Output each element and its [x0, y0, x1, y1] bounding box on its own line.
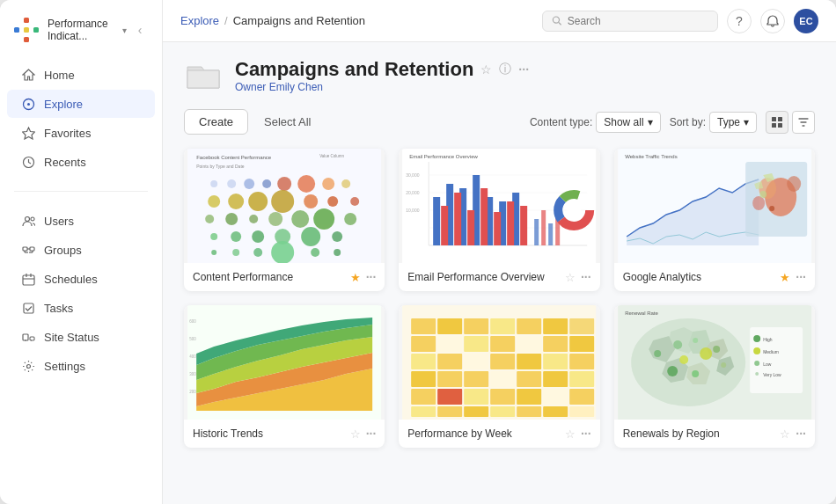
svg-point-57	[253, 248, 262, 257]
svg-point-42	[205, 215, 214, 223]
card-more-historic-trends[interactable]: ···	[366, 427, 377, 441]
sort-by-filter: Sort by: Type ▾	[670, 112, 757, 133]
svg-rect-16	[30, 337, 34, 340]
sidebar-logo[interactable]: Performance Indicat... ▾	[12, 16, 127, 44]
sidebar-collapse-button[interactable]: ‹	[130, 20, 150, 40]
card-thumb-google-analytics: Website Traffic Trends	[614, 149, 815, 263]
svg-rect-140	[437, 371, 462, 387]
card-more-email-performance[interactable]: ···	[581, 270, 591, 284]
svg-rect-147	[437, 389, 462, 405]
svg-point-36	[228, 194, 244, 209]
sidebar-item-users[interactable]: Users	[7, 207, 155, 235]
select-all-button[interactable]: Select All	[257, 110, 318, 134]
card-content-performance[interactable]: Facebook Content Performance Value Colum…	[184, 149, 385, 291]
svg-point-34	[341, 179, 350, 188]
svg-text:Website Traffic Trends: Website Traffic Trends	[625, 154, 677, 159]
search-input[interactable]	[568, 15, 708, 27]
topbar: Explore / Campaigns and Retention ? EC	[163, 0, 836, 42]
svg-rect-148	[464, 389, 488, 405]
sidebar-item-explore-label: Explore	[44, 98, 83, 111]
breadcrumb: Explore / Campaigns and Retention	[180, 14, 365, 27]
svg-rect-82	[520, 206, 527, 245]
svg-point-27	[210, 180, 217, 187]
svg-rect-125	[411, 336, 436, 352]
card-more-renewals-region[interactable]: ···	[796, 427, 806, 441]
svg-text:Value Column: Value Column	[319, 154, 344, 158]
gear-icon	[21, 359, 35, 373]
card-performance-week[interactable]: Performance by Week ☆ ···	[399, 305, 599, 448]
svg-point-30	[262, 179, 271, 188]
more-title-button[interactable]: ···	[518, 62, 529, 77]
owner-link[interactable]: Emily Chen	[269, 81, 323, 93]
tasks-icon	[21, 301, 35, 315]
svg-point-39	[304, 194, 318, 208]
card-star-performance-week[interactable]: ☆	[565, 427, 576, 441]
sidebar-item-recents[interactable]: Recents	[7, 148, 155, 176]
sidebar-item-tasks[interactable]: Tasks	[7, 294, 155, 322]
sidebar-item-explore[interactable]: Explore	[7, 90, 155, 118]
svg-rect-83	[534, 219, 539, 245]
svg-point-49	[210, 233, 217, 240]
svg-point-17	[26, 364, 30, 368]
user-avatar[interactable]: EC	[794, 9, 818, 33]
svg-rect-0	[24, 18, 29, 23]
svg-rect-12	[30, 247, 34, 251]
help-button[interactable]: ?	[727, 9, 752, 33]
svg-point-48	[344, 213, 356, 225]
svg-text:Low: Low	[763, 362, 772, 367]
breadcrumb-explore-link[interactable]: Explore	[180, 14, 219, 27]
sort-by-label: Sort by:	[670, 116, 706, 128]
card-star-email-performance[interactable]: ☆	[565, 271, 576, 284]
svg-rect-11	[23, 247, 27, 251]
svg-point-186	[755, 372, 759, 376]
sidebar-item-schedules[interactable]: Schedules	[7, 265, 155, 293]
sort-by-select[interactable]: Type ▾	[709, 112, 757, 133]
card-historic-trends[interactable]: 600 500 400 300 200 Historic Trends ☆ ··…	[184, 305, 385, 448]
svg-rect-124	[569, 318, 594, 334]
sidebar-item-site-status[interactable]: Site Status	[7, 323, 155, 351]
create-button[interactable]: Create	[184, 109, 248, 135]
notification-bell-button[interactable]	[760, 9, 785, 33]
svg-point-100	[787, 176, 801, 192]
content-type-select[interactable]: Show all ▾	[596, 112, 660, 133]
svg-point-176	[721, 362, 726, 368]
svg-rect-1	[14, 27, 19, 33]
search-box[interactable]	[542, 11, 718, 32]
svg-text:300: 300	[189, 372, 196, 376]
card-name-renewals-region: Renewals by Region	[623, 427, 775, 440]
card-star-content-performance[interactable]: ★	[350, 271, 361, 284]
card-more-content-performance[interactable]: ···	[366, 270, 377, 284]
svg-rect-122	[517, 318, 541, 334]
sidebar-item-favorites[interactable]: Favorites	[7, 119, 155, 147]
sidebar-dropdown-chevron[interactable]: ▾	[122, 26, 127, 35]
svg-point-54	[332, 231, 342, 242]
card-renewals-region[interactable]: Renewal Rate	[614, 305, 815, 448]
filter-button[interactable]	[792, 111, 815, 134]
info-title-icon[interactable]: ⓘ	[499, 62, 511, 77]
svg-point-28	[227, 179, 236, 188]
sidebar-nav-admin: Users Groups Schedules Tasks	[0, 199, 162, 388]
card-email-performance[interactable]: Email Performance Overview	[399, 149, 599, 291]
card-more-google-analytics[interactable]: ···	[796, 270, 806, 284]
svg-text:Points by Type and Date: Points by Type and Date	[196, 164, 245, 169]
svg-rect-135	[490, 354, 515, 369]
grid-view-button[interactable]	[766, 111, 788, 134]
card-google-analytics[interactable]: Website Traffic Trends	[614, 149, 815, 291]
card-star-google-analytics[interactable]: ★	[780, 271, 790, 284]
svg-point-46	[291, 210, 309, 228]
card-more-performance-week[interactable]: ···	[581, 427, 591, 441]
card-grid: Facebook Content Performance Value Colum…	[184, 149, 815, 448]
sidebar-item-groups[interactable]: Groups	[7, 236, 155, 264]
svg-rect-130	[543, 336, 568, 352]
svg-point-53	[301, 227, 320, 246]
card-thumb-historic-trends: 600 500 400 300 200	[184, 305, 385, 420]
sidebar-item-home[interactable]: Home	[7, 61, 155, 89]
sidebar-item-site-status-label: Site Status	[44, 331, 99, 344]
page-title-block: Campaigns and Retention ☆ ⓘ ··· Owner Em…	[235, 58, 529, 93]
card-star-historic-trends[interactable]: ☆	[350, 427, 361, 441]
favorite-title-icon[interactable]: ☆	[480, 62, 492, 77]
svg-point-172	[693, 338, 698, 343]
svg-rect-136	[517, 354, 541, 369]
sidebar-item-settings[interactable]: Settings	[7, 352, 155, 380]
card-star-renewals-region[interactable]: ☆	[780, 427, 790, 441]
